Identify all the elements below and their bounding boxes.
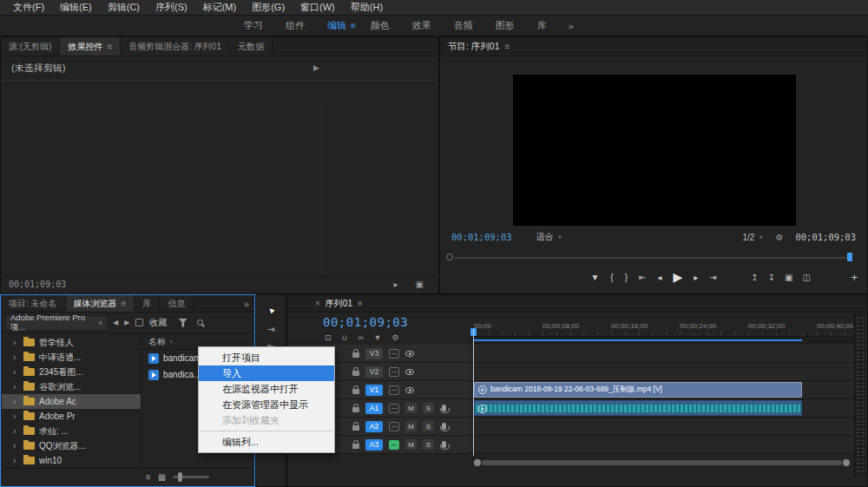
extract-button[interactable]: ↧: [768, 273, 775, 282]
add-marker-icon[interactable]: ▼: [374, 333, 382, 342]
play-audio-icon[interactable]: ▸: [394, 280, 398, 289]
lock-icon[interactable]: [352, 444, 359, 449]
scrubber-zoom-knob[interactable]: [446, 253, 453, 260]
slider-knob[interactable]: [178, 472, 182, 482]
lift-button[interactable]: ↥: [751, 273, 758, 282]
source-dropdown[interactable]: Adobe Premiere Pro 项... ∨: [6, 316, 107, 330]
solo-button[interactable]: S: [423, 421, 434, 431]
track-v1[interactable]: fx bandicam 2018-09-19 22-06-03-689_压制版.…: [470, 381, 855, 399]
go-to-in-button[interactable]: ⇤: [639, 273, 646, 282]
menu-edit[interactable]: 编辑(E): [52, 1, 100, 14]
solo-button[interactable]: S: [423, 439, 434, 450]
sync-lock-icon[interactable]: [389, 349, 399, 359]
play-button[interactable]: ▶: [673, 270, 682, 284]
panel-menu-icon[interactable]: ≡: [122, 299, 127, 308]
go-to-out-button[interactable]: ⇥: [709, 273, 716, 282]
context-menu-reveal-in-explorer[interactable]: 在资源管理器中显示: [199, 397, 334, 412]
step-back-button[interactable]: ◂: [657, 273, 661, 282]
tab-info[interactable]: 信息: [160, 295, 194, 312]
voiceover-record-mic-icon[interactable]: [442, 405, 446, 411]
program-current-timecode[interactable]: 00;01;09;03: [451, 232, 512, 242]
timeline-settings-icon[interactable]: ⚙: [391, 333, 398, 342]
solo-button[interactable]: S: [423, 403, 434, 413]
panel-menu-icon[interactable]: ≡: [107, 42, 112, 51]
track-badge-v3[interactable]: V3: [365, 348, 383, 359]
tree-item-3[interactable]: › 谷歌浏览...: [2, 379, 141, 394]
track-badge-a2[interactable]: A2: [365, 421, 383, 432]
search-icon[interactable]: [197, 319, 203, 326]
tab-project[interactable]: 项目: 未命名: [1, 295, 66, 312]
chevron-right-icon[interactable]: ›: [13, 352, 19, 362]
workspace-tab-graphics[interactable]: 图形: [484, 19, 526, 32]
work-area-bar[interactable]: [470, 337, 855, 345]
lock-icon[interactable]: [352, 352, 359, 358]
track-a1[interactable]: fx: [470, 399, 855, 418]
zoom-handle-left[interactable]: [474, 459, 481, 466]
chevron-right-icon[interactable]: ›: [13, 441, 19, 451]
record-armed-icon[interactable]: [389, 440, 399, 450]
tree-item-4[interactable]: › Adobe Ac: [2, 394, 141, 409]
timeline-tab-sequence01[interactable]: 序列01: [326, 298, 352, 310]
step-forward-button[interactable]: ▸: [694, 273, 698, 282]
menu-help[interactable]: 帮助(H): [343, 1, 391, 14]
nest-sequence-icon[interactable]: ⊡: [325, 333, 332, 342]
scrollbar-handle[interactable]: [482, 460, 842, 465]
chevron-right-icon[interactable]: ›: [13, 382, 19, 392]
video-clip[interactable]: fx bandicam 2018-09-19 22-06-03-689_压制版.…: [474, 382, 802, 398]
menu-markers[interactable]: 标记(M): [195, 1, 245, 14]
track-badge-v1[interactable]: V1: [365, 385, 383, 396]
track-output-eye-icon[interactable]: [405, 369, 414, 375]
lock-icon[interactable]: [352, 389, 359, 394]
audio-clip[interactable]: fx: [474, 400, 802, 416]
tree-item-1[interactable]: › 中译语通...: [2, 350, 141, 365]
mute-button[interactable]: M: [405, 403, 417, 413]
chevron-right-icon[interactable]: ›: [13, 426, 19, 436]
selection-tool[interactable]: ▸: [268, 306, 273, 316]
tree-item-6[interactable]: › 求仙: ...: [2, 424, 141, 438]
tab-metadata[interactable]: 元数据: [230, 37, 273, 56]
tree-item-5[interactable]: › Adobe Pr: [2, 409, 141, 424]
settings-wrench-icon[interactable]: ⚙: [775, 233, 783, 242]
context-menu-import[interactable]: 导入: [199, 365, 334, 381]
export-frame-button[interactable]: ▣: [785, 273, 792, 282]
snap-icon[interactable]: ∪: [342, 333, 348, 342]
list-view-icon[interactable]: ≡: [146, 472, 151, 482]
thumbnail-view-icon[interactable]: ▦: [158, 472, 166, 482]
track-output-eye-icon[interactable]: [405, 387, 414, 393]
sync-lock-icon[interactable]: [389, 385, 399, 395]
workspace-overflow-icon[interactable]: »: [558, 21, 584, 31]
zoom-handle-right[interactable]: [843, 459, 850, 466]
track-a3[interactable]: [470, 436, 855, 454]
add-marker-button[interactable]: ▼: [590, 273, 599, 282]
file-filter-icon[interactable]: [178, 319, 187, 327]
menu-graphics[interactable]: 图形(G): [244, 1, 293, 14]
sync-lock-icon[interactable]: [389, 367, 399, 377]
workspace-tab-learning[interactable]: 学习: [233, 19, 274, 32]
workspace-menu-icon[interactable]: ≡: [351, 21, 356, 30]
tab-audio-clip-mixer[interactable]: 音频剪辑混合器: 序列01: [121, 37, 230, 56]
tab-source-monitor[interactable]: 源:(无剪辑): [1, 37, 60, 56]
workspace-tab-color[interactable]: 颜色: [359, 19, 401, 32]
track-badge-a1[interactable]: A1: [365, 403, 383, 414]
track-badge-a3[interactable]: A3: [365, 439, 383, 451]
track-v2[interactable]: [470, 363, 855, 381]
sync-lock-icon[interactable]: [389, 404, 399, 413]
lock-icon[interactable]: [352, 371, 359, 376]
track-select-forward-tool[interactable]: ⇥: [266, 324, 274, 334]
scrubber-track[interactable]: [455, 257, 852, 259]
menu-window[interactable]: 窗口(W): [293, 1, 343, 14]
tab-effect-controls[interactable]: 效果控件 ≡: [60, 37, 121, 56]
fx-badge-icon[interactable]: fx: [478, 405, 487, 413]
scrubber-playhead[interactable]: [847, 253, 852, 261]
chevron-right-icon[interactable]: ›: [13, 338, 19, 347]
tree-item-2[interactable]: › 2345看图...: [2, 365, 141, 379]
workspace-tab-assembly[interactable]: 组件: [274, 19, 316, 32]
workspace-tab-libraries[interactable]: 库: [526, 19, 558, 32]
tab-media-browser[interactable]: 媒体浏览器 ≡: [66, 295, 135, 312]
track-badge-v2[interactable]: V2: [365, 366, 383, 378]
workspace-tab-effects[interactable]: 效果: [401, 19, 443, 32]
timeline-view-toggle-icon[interactable]: ▶: [313, 63, 319, 72]
context-menu-open-project[interactable]: 打开项目: [199, 350, 334, 365]
timeline-horizontal-scrollbar[interactable]: [474, 459, 850, 466]
workspace-tab-audio[interactable]: 音频: [443, 19, 484, 32]
